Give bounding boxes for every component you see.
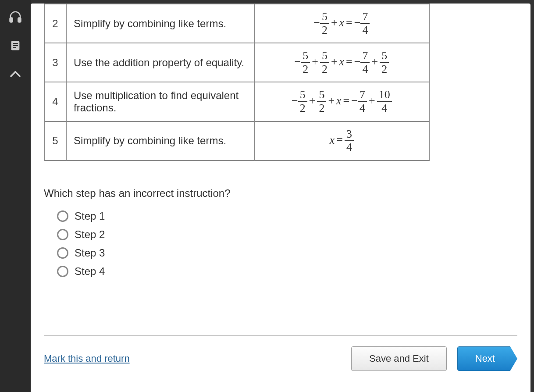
step-equation: −52+52+x=−74+104 (254, 82, 429, 121)
step-number: 5 (44, 121, 66, 160)
step-description: Simplify by combining like terms. (66, 4, 254, 43)
steps-table: 2 Simplify by combining like terms. −52+… (44, 4, 430, 161)
radio-icon (57, 210, 68, 222)
option-step-3[interactable]: Step 3 (57, 247, 517, 259)
svg-rect-1 (18, 18, 21, 22)
save-and-exit-button[interactable]: Save and Exit (351, 346, 447, 371)
radio-icon (57, 229, 68, 240)
step-number: 4 (44, 82, 66, 121)
step-description: Simplify by combining like terms. (66, 121, 254, 160)
step-equation: −52+52+x=−74+52 (254, 43, 429, 82)
option-step-4[interactable]: Step 4 (57, 265, 517, 278)
option-label: Step 1 (75, 210, 105, 222)
content-wrap: 2 Simplify by combining like terms. −52+… (31, 0, 534, 392)
up-arrow-icon[interactable] (7, 67, 23, 82)
step-description: Use the addition property of equality. (66, 43, 254, 82)
option-label: Step 3 (75, 247, 105, 259)
svg-rect-4 (13, 45, 18, 46)
step-number: 2 (44, 4, 66, 43)
option-label: Step 2 (75, 228, 105, 241)
question-text: Which step has an incorrect instruction? (44, 187, 517, 200)
table-row: 4 Use multiplication to find equivalent … (44, 82, 429, 121)
option-step-2[interactable]: Step 2 (57, 228, 517, 241)
table-row: 5 Simplify by combining like terms. x=34 (44, 121, 429, 160)
radio-icon (57, 247, 68, 259)
svg-rect-0 (10, 18, 13, 22)
options-group: Step 1 Step 2 Step 3 Step 4 (57, 210, 517, 284)
radio-icon (57, 266, 68, 277)
step-equation: x=34 (254, 121, 429, 160)
table-row: 3 Use the addition property of equality.… (44, 43, 429, 82)
option-label: Step 4 (75, 265, 105, 278)
svg-rect-3 (13, 43, 18, 44)
step-equation: −52+x=−74 (254, 4, 429, 43)
mark-and-return-link[interactable]: Mark this and return (44, 353, 130, 364)
footer: Mark this and return Save and Exit Next (44, 335, 517, 383)
sidebar (0, 0, 31, 392)
notepad-icon[interactable] (7, 38, 23, 53)
step-number: 3 (44, 43, 66, 82)
option-step-1[interactable]: Step 1 (57, 210, 517, 222)
svg-rect-5 (13, 47, 16, 48)
next-button[interactable]: Next (457, 346, 517, 371)
headphones-icon[interactable] (7, 9, 23, 25)
content: 2 Simplify by combining like terms. −52+… (31, 4, 530, 392)
table-row: 2 Simplify by combining like terms. −52+… (44, 4, 429, 43)
step-description: Use multiplication to find equivalent fr… (66, 82, 254, 121)
